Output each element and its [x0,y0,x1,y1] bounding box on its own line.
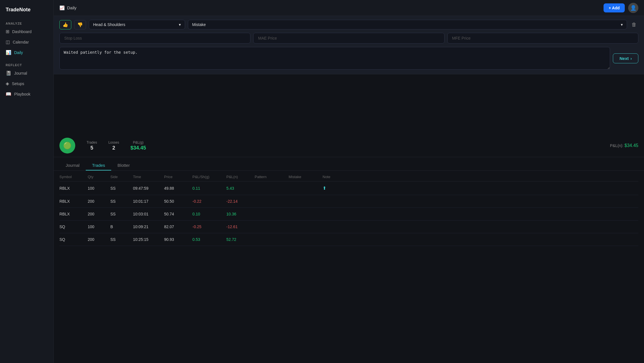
topbar-left: 📈 Daily [59,5,76,10]
avatar[interactable]: 👤 [628,3,638,13]
tab-trades[interactable]: Trades [86,161,111,170]
stat-trades: Trades 5 [87,141,97,151]
pattern-value: Head & Shoulders [93,22,125,27]
calendar-icon: ◫ [6,39,10,45]
stop-loss-input[interactable] [59,33,250,44]
row-pnl-n: 52.72 [226,237,255,242]
row-side: SS [110,237,133,242]
sidebar: TradeNote ANALYZE ⊞ Dashboard ◫ Calendar… [0,0,54,363]
row-qty: 200 [88,212,110,216]
row-pnl-sh: -0.25 [192,224,226,229]
tabs-row: Journal Trades Blotter [54,157,644,171]
app-logo: TradeNote [0,5,53,20]
row-symbol: SQ [59,237,88,242]
th-time: Time [133,175,164,179]
losses-value: 2 [108,145,119,151]
row-pnl-n: -12.61 [226,224,255,229]
row-time: 09:47:59 [133,186,164,191]
tab-blotter[interactable]: Blotter [111,161,136,170]
th-pattern: Pattern [255,175,289,179]
mae-price-input[interactable] [253,33,444,44]
overlay-row3: Next › [59,47,638,70]
trades-value: 5 [87,145,97,151]
row-pnl-sh: 0.53 [192,237,226,242]
stats-area: 🟢 Trades 5 Losses 2 P&L(g) $34.45 P&L(n)… [54,132,644,157]
th-side: Side [110,175,133,179]
overlay-panel: 👍 👎 Head & Shoulders ▾ Mistake ▾ 🗑 [54,16,644,74]
analyze-section-label: ANALYZE [0,20,53,26]
table-row[interactable]: RBLX 200 SS 10:03:01 50.74 0.10 10.36 [59,208,638,221]
topbar: 📈 Daily + Add 👤 [54,0,644,16]
playbook-icon: 📖 [6,91,11,97]
losses-label: Losses [108,141,119,144]
table-row[interactable]: RBLX 100 SS 09:47:59 49.88 0.11 5.43 ⬆ [59,182,638,195]
table-body: RBLX 100 SS 09:47:59 49.88 0.11 5.43 ⬆ R… [59,182,638,246]
mfe-price-input[interactable] [447,33,638,44]
th-pnl-n: P&L(n) [226,175,255,179]
row-pnl-n: 10.36 [226,212,255,216]
sidebar-item-calendar[interactable]: ◫ Calendar [0,37,53,47]
right-pnl: P&L(n): $34.45 [610,143,638,148]
setups-icon: ◈ [6,81,9,86]
row-price: 82.07 [164,224,192,229]
sidebar-item-label: Playbook [14,92,31,96]
add-button[interactable]: + Add [604,3,625,12]
next-button[interactable]: Next › [613,53,638,63]
table-row[interactable]: RBLX 200 SS 10:01:17 50.50 -0.22 -22.14 [59,195,638,208]
pnl-value: $34.45 [130,145,146,151]
chart-icon: 📊 [6,50,11,55]
sidebar-item-playbook[interactable]: 📖 Playbook [0,89,53,99]
row-pnl-sh: 0.10 [192,212,226,216]
sidebar-item-dashboard[interactable]: ⊞ Dashboard [0,26,53,37]
chevron-right-icon: › [630,56,632,61]
delete-button[interactable]: 🗑 [630,20,638,29]
mistake-dropdown[interactable]: Mistake ▾ [188,20,627,29]
overlay-row1: 👍 👎 Head & Shoulders ▾ Mistake ▾ 🗑 [59,20,638,29]
sidebar-item-label: Daily [14,50,23,55]
share-icon[interactable]: ⬆ [323,186,326,191]
row-symbol: RBLX [59,199,88,204]
sidebar-item-label: Dashboard [12,29,32,34]
th-price: Price [164,175,192,179]
row-symbol: RBLX [59,212,88,216]
row-qty: 100 [88,224,110,229]
table-row[interactable]: SQ 200 SS 10:25:15 90.93 0.53 52.72 [59,233,638,246]
chevron-down-icon: ▾ [179,22,181,27]
thumbs-down-button[interactable]: 👎 [74,20,86,29]
right-pnl-value: $34.45 [624,143,638,148]
row-note[interactable]: ⬆ [323,185,345,191]
row-side: SS [110,186,133,191]
th-mistake: Mistake [289,175,323,179]
journal-icon: 📓 [6,70,11,76]
row-price: 50.74 [164,212,192,216]
row-price: 50.50 [164,199,192,204]
topbar-actions: + Add 👤 [604,3,638,13]
row-symbol: RBLX [59,186,88,191]
thumbs-up-button[interactable]: 👍 [59,20,71,29]
th-note: Note [323,175,345,179]
overlay-inner: 👍 👎 Head & Shoulders ▾ Mistake ▾ 🗑 [54,16,644,74]
sidebar-item-daily[interactable]: 📊 Daily [0,47,53,58]
trades-label: Trades [87,141,97,144]
row-qty: 200 [88,199,110,204]
pattern-dropdown[interactable]: Head & Shoulders ▾ [89,20,185,29]
sidebar-item-journal[interactable]: 📓 Journal [0,68,53,78]
note-textarea[interactable] [59,47,610,70]
row-side: SS [110,199,133,204]
overlay-row2 [59,33,638,44]
grid-icon: ⊞ [6,29,9,34]
row-pnl-sh: -0.22 [192,199,226,204]
reflect-section-label: REFLECT [0,61,53,68]
th-symbol: Symbol [59,175,88,179]
main-content: 📈 Daily + Add 👤 Symbol Qty Side Time(i) … [54,0,644,363]
table-row[interactable]: SQ 100 B 10:09:21 82.07 -0.25 -12.61 [59,221,638,233]
sidebar-item-label: Journal [14,71,27,75]
sidebar-item-label: Setups [12,81,24,86]
sidebar-item-setups[interactable]: ◈ Setups [0,78,53,89]
row-time: 10:03:01 [133,212,164,216]
row-side: SS [110,212,133,216]
next-label: Next [619,56,629,61]
tab-journal[interactable]: Journal [59,161,86,170]
row-time: 10:25:15 [133,237,164,242]
row-time: 10:09:21 [133,224,164,229]
